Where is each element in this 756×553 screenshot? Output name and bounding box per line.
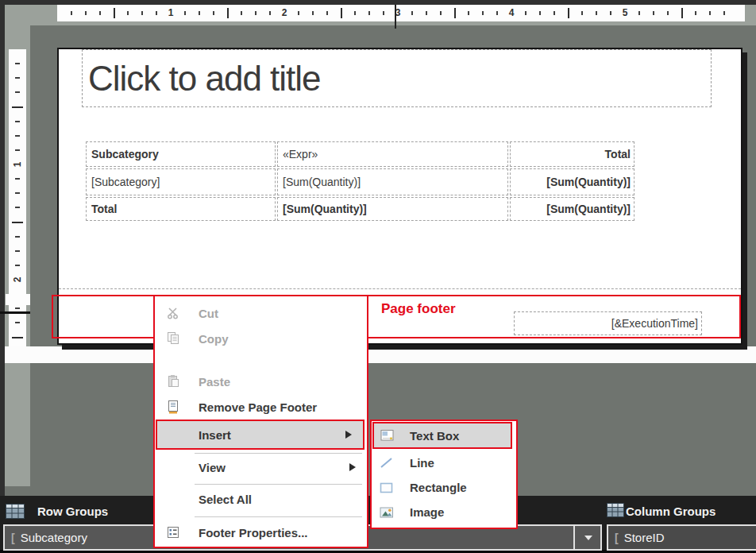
ruler-tick [213, 11, 214, 15]
report-title-text: Click to add title [88, 59, 321, 98]
submenu-arrow-icon [349, 463, 356, 471]
tablix-cell-sum-quantity-total[interactable]: [Sum(Quantity)] [510, 168, 634, 195]
ruler-tick [15, 265, 20, 266]
tablix-cell-grand-total-sum[interactable]: [Sum(Quantity)] [510, 197, 634, 221]
ruler-tick [255, 11, 256, 15]
menu-item-paste[interactable]: Paste [155, 369, 367, 393]
ruler-tick [554, 11, 555, 15]
ruler-tick [241, 11, 242, 15]
tablix-cell-expr-header[interactable]: «Expr» [277, 141, 508, 167]
footer-properties-icon [164, 524, 183, 541]
menu-item-view[interactable]: View [155, 455, 367, 479]
ruler-tick [15, 91, 20, 93]
ruler-tick [667, 11, 669, 15]
ruler-tick [12, 337, 23, 338]
ruler-tick [468, 11, 469, 15]
report-title-placeholder[interactable]: Click to add title [82, 49, 712, 107]
ruler-number: 2 [282, 7, 287, 18]
ruler-tick [596, 11, 597, 15]
ruler-tick [610, 11, 611, 15]
ruler-tick [354, 11, 356, 15]
ruler-tick [15, 236, 20, 238]
ruler-tick [525, 11, 526, 15]
ruler-tick [581, 11, 583, 15]
copy-icon [164, 330, 183, 347]
ruler-tick [156, 11, 157, 15]
ruler-tick [15, 322, 20, 323]
ruler-tick [15, 250, 20, 252]
submenu-arrow-icon [345, 431, 352, 439]
group-item-dropdown-button[interactable] [577, 526, 600, 549]
menu-item-cut[interactable]: Cut [155, 301, 367, 325]
menu-item-copy[interactable]: Copy [155, 327, 367, 350]
ruler-tick [199, 11, 200, 15]
horizontal-ruler: 12345 [57, 5, 745, 21]
menu-item-footer-properties[interactable]: Footer Properties... [155, 520, 367, 544]
submenu-item-line[interactable]: Line [372, 451, 516, 475]
rectangle-icon [378, 480, 395, 496]
ruler-tick [568, 8, 569, 18]
ruler-tick [326, 11, 328, 15]
ruler-tick [15, 207, 20, 208]
tablix-cell-total-header[interactable]: Total [510, 141, 634, 167]
menu-separator [195, 484, 362, 485]
tablix-cell-subcategory-header[interactable]: Subcategory [86, 141, 276, 167]
ruler-tick [298, 11, 299, 15]
ruler-tick [368, 11, 370, 15]
ruler-tick [269, 11, 271, 15]
group-bracket-icon: [ [11, 532, 15, 544]
menu-separator [195, 516, 362, 517]
ruler-tick [341, 8, 342, 18]
page-footer-annotation-label: Page footer [381, 301, 456, 317]
tablix-cell-sum-quantity[interactable]: [Sum(Quantity)] [277, 168, 508, 195]
context-menu: Cut Copy Paste Remove Page Footer Insert [153, 295, 368, 548]
remove-footer-icon [164, 398, 183, 416]
chevron-down-icon [584, 536, 592, 540]
ruler-tick [496, 11, 498, 15]
group-bracket-icon: [ [615, 532, 619, 544]
page-footer-boundary [59, 288, 741, 289]
ruler-tick [653, 11, 654, 15]
ruler-tick [482, 11, 484, 15]
scissors-icon [164, 304, 183, 322]
ruler-tick [454, 8, 456, 18]
ruler-tick [411, 11, 413, 15]
menu-item-select-all[interactable]: Select All [155, 487, 367, 511]
ruler-tick [723, 11, 725, 15]
ruler-tick [15, 178, 20, 180]
ruler-tick [15, 121, 20, 122]
ruler-number: 4 [509, 7, 515, 18]
ruler-number: 5 [623, 7, 628, 18]
line-icon [378, 455, 395, 471]
ruler-tick [383, 11, 384, 15]
ruler-tick [312, 11, 314, 15]
ruler-tick [426, 11, 427, 15]
column-group-item-storeid[interactable]: [ StoreID [607, 524, 756, 551]
ruler-tick [15, 149, 20, 151]
column-groups-icon [607, 503, 624, 520]
tablix-cell-subcategory-field[interactable]: [Subcategory] [86, 168, 276, 195]
ruler-tick [15, 307, 20, 309]
row-groups-header: Row Groups [37, 505, 108, 518]
tablix-total-row: Total [Sum(Quantity)] [Sum(Quantity)] [86, 197, 634, 221]
submenu-item-image[interactable]: Image [372, 500, 516, 524]
menu-item-remove-page-footer[interactable]: Remove Page Footer [155, 395, 367, 419]
ruler-tick [99, 11, 101, 15]
ruler-tick [71, 11, 72, 15]
ruler-tick [184, 11, 186, 15]
ruler-tick [15, 77, 20, 79]
submenu-item-rectangle[interactable]: Rectangle [372, 475, 516, 500]
column-group-item-label: StoreID [624, 531, 665, 544]
ruler-tick [141, 11, 143, 15]
ruler-tick [85, 11, 87, 15]
submenu-item-text-box[interactable]: Text Box [372, 422, 512, 449]
tablix-cell-total-sum[interactable]: [Sum(Quantity)] [277, 197, 508, 221]
image-icon [378, 505, 395, 520]
tablix-cell-total-label[interactable]: Total [86, 197, 276, 221]
textbox-icon [379, 427, 396, 443]
ruler-tick [440, 11, 442, 15]
menu-item-insert[interactable]: Insert [156, 420, 364, 450]
ruler-tick [227, 8, 229, 18]
ruler-tick [681, 8, 683, 18]
ruler-tick [539, 11, 541, 15]
